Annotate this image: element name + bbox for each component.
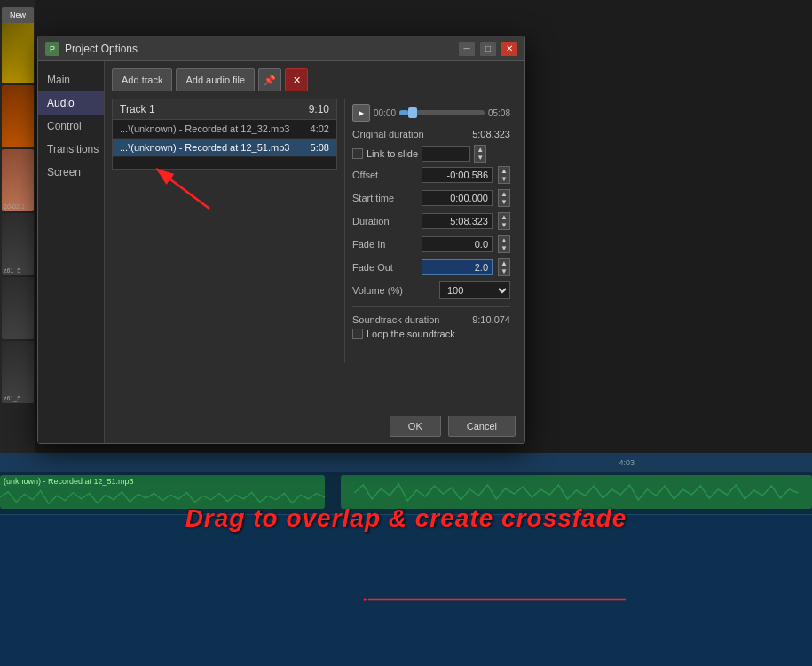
- progress-fill: [399, 110, 408, 115]
- window-controls: ─ □ ✕: [459, 42, 517, 56]
- track-item-2-time: 5:08: [311, 142, 329, 153]
- delete-button[interactable]: ✕: [285, 68, 308, 91]
- offset-spin-btn[interactable]: ▲▼: [498, 166, 510, 184]
- add-audio-file-button[interactable]: Add audio file: [176, 68, 255, 91]
- soundtrack-duration-label: Soundtrack duration: [352, 314, 439, 325]
- duration-input[interactable]: [422, 213, 493, 229]
- close-button[interactable]: ✕: [501, 42, 517, 56]
- duration-spin-btn[interactable]: ▲▼: [498, 212, 510, 230]
- track-header-name: Track 1: [120, 103, 155, 115]
- thumb-label-3: 20-02-1: [4, 203, 25, 210]
- link-to-slide-label: Link to slide: [367, 148, 418, 159]
- thumbnail-1[interactable]: [2, 21, 34, 83]
- nav-item-screen[interactable]: Screen: [38, 161, 104, 184]
- dialog-app-icon: P: [45, 42, 59, 56]
- nav-item-main[interactable]: Main: [38, 68, 104, 91]
- fade-in-row: Fade In ▲▼: [352, 235, 510, 253]
- player-start-time: 00:00: [374, 108, 396, 118]
- track-header-time: 9:10: [309, 103, 329, 115]
- volume-select[interactable]: 100 75 50 25: [439, 281, 510, 299]
- loop-label: Loop the soundtrack: [367, 329, 455, 339]
- time-marker: 4:03: [619, 458, 635, 467]
- fade-out-row: Fade Out ▲▼: [352, 258, 510, 276]
- fade-out-spin-btn[interactable]: ▲▼: [498, 258, 510, 276]
- loop-checkbox[interactable]: [352, 329, 363, 339]
- offset-label: Offset: [352, 170, 416, 180]
- dialog-title-text: Project Options: [65, 43, 459, 55]
- fade-in-input[interactable]: [422, 236, 493, 252]
- divider-1: [352, 306, 510, 307]
- timeline-area: Drag to overlap & create crossfade 4:03 …: [0, 453, 812, 666]
- dialog-titlebar: P Project Options ─ □ ✕: [38, 36, 524, 61]
- track-header: Track 1 9:10: [113, 99, 336, 120]
- link-to-slide-row: Link to slide ▲▼: [352, 145, 510, 163]
- volume-label: Volume (%): [352, 285, 434, 296]
- offset-row: Offset ▲▼: [352, 166, 510, 184]
- track-item-2-name: ...\(unknown) - Recorded at 12_51.mp3: [120, 142, 289, 153]
- timeline-drag-arrow: [364, 591, 630, 608]
- thumbnail-strip: New 20-02-1 z61_5 z61_5: [0, 0, 35, 453]
- fade-in-spin-btn[interactable]: ▲▼: [498, 235, 510, 253]
- pin-button[interactable]: 📌: [258, 68, 281, 91]
- arrow-container: [112, 173, 337, 209]
- project-options-dialog: P Project Options ─ □ ✕ Main Audio Contr…: [37, 36, 525, 444]
- start-time-spin-btn[interactable]: ▲▼: [498, 189, 510, 207]
- nav-item-control[interactable]: Control: [38, 115, 104, 138]
- thumbnail-4[interactable]: z61_5: [2, 213, 34, 275]
- thumbnail-2[interactable]: [2, 85, 34, 147]
- progress-thumb: [408, 107, 417, 118]
- cancel-button[interactable]: Cancel: [448, 416, 516, 437]
- track-item-2[interactable]: ...\(unknown) - Recorded at 12_51.mp3 5:…: [113, 139, 336, 157]
- add-track-button[interactable]: Add track: [112, 68, 172, 91]
- audio-player: ▶ 00:00 05:08: [352, 104, 510, 122]
- properties-panel: ▶ 00:00 05:08 Original duration 5:08.323: [344, 99, 517, 363]
- fade-out-label: Fade Out: [352, 262, 416, 273]
- link-spin-btn[interactable]: ▲▼: [474, 145, 486, 163]
- maximize-button[interactable]: □: [480, 42, 496, 56]
- thumbnail-3[interactable]: 20-02-1: [2, 149, 34, 211]
- thumb-label-4: z61_5: [4, 267, 20, 274]
- volume-row: Volume (%) 100 75 50 25: [352, 281, 510, 299]
- dialog-arrow: [130, 164, 236, 218]
- fade-out-input[interactable]: [422, 259, 493, 275]
- player-end-time: 05:08: [488, 108, 510, 118]
- link-to-slide-input[interactable]: [422, 146, 470, 162]
- timeline-ruler: 4:03: [0, 453, 812, 472]
- track-toolbar: Add track Add audio file 📌 ✕: [112, 68, 517, 91]
- track-list: Track 1 9:10 ...\(unknown) - Recorded at…: [112, 99, 337, 170]
- original-duration-row: Original duration 5:08.323: [352, 129, 510, 139]
- thumbnail-6[interactable]: z61_5: [2, 341, 34, 403]
- nav-item-transitions[interactable]: Transitions: [38, 138, 104, 161]
- clip-1-label: (unknown) - Recorded at 12_51.mp3: [0, 475, 325, 488]
- soundtrack-duration-row: Soundtrack duration 9:10.074: [352, 314, 510, 325]
- duration-label: Duration: [352, 216, 416, 226]
- start-time-row: Start time ▲▼: [352, 189, 510, 207]
- dialog-footer: OK Cancel: [105, 408, 524, 443]
- dialog-main-content: Add track Add audio file 📌 ✕ Track 1 9:1…: [105, 61, 524, 443]
- soundtrack-duration-value: 9:10.074: [472, 314, 510, 325]
- progress-bar[interactable]: [399, 110, 485, 115]
- ok-button[interactable]: OK: [390, 416, 441, 437]
- start-time-label: Start time: [352, 193, 416, 203]
- track-list-panel: Track 1 9:10 ...\(unknown) - Recorded at…: [112, 99, 337, 363]
- thumbnail-5[interactable]: [2, 277, 34, 339]
- dialog-nav: Main Audio Control Transitions Screen: [38, 61, 105, 443]
- minimize-button[interactable]: ─: [459, 42, 475, 56]
- svg-line-3: [156, 169, 209, 209]
- drag-annotation: Drag to overlap & create crossfade: [0, 504, 812, 533]
- thumb-label-6: z61_5: [4, 395, 20, 401]
- nav-item-audio[interactable]: Audio: [38, 91, 104, 115]
- fade-in-label: Fade In: [352, 239, 416, 250]
- original-duration-label: Original duration: [352, 129, 467, 139]
- loop-row: Loop the soundtrack: [352, 329, 510, 339]
- link-to-slide-checkbox[interactable]: [352, 148, 363, 159]
- track-item-1-time: 4:02: [311, 123, 329, 134]
- new-label: New: [2, 7, 34, 23]
- play-button[interactable]: ▶: [352, 104, 370, 122]
- start-time-input[interactable]: [422, 190, 493, 206]
- track-item-1[interactable]: ...\(unknown) - Recorded at 12_32.mp3 4:…: [113, 120, 336, 139]
- original-duration-value: 5:08.323: [472, 129, 510, 139]
- content-split: Track 1 9:10 ...\(unknown) - Recorded at…: [112, 99, 517, 363]
- duration-row: Duration ▲▼: [352, 212, 510, 230]
- offset-input[interactable]: [422, 167, 493, 183]
